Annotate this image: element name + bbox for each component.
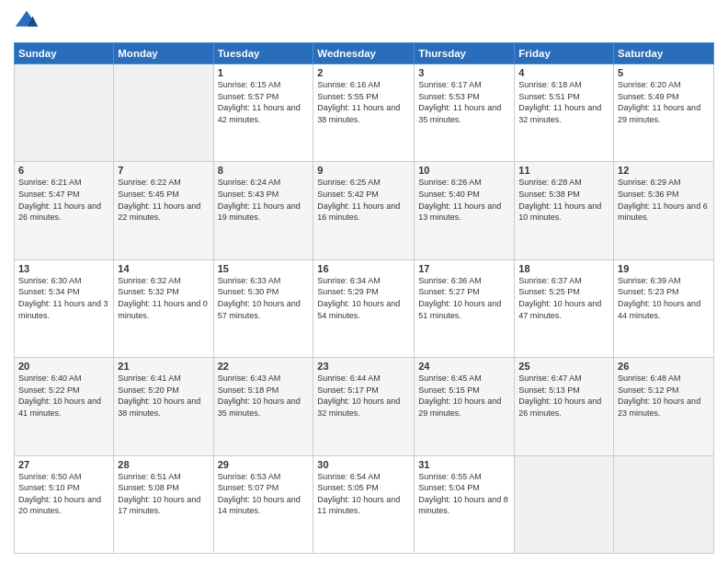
day-cell: 5Sunrise: 6:20 AMSunset: 5:49 PMDaylight… [614, 64, 714, 162]
day-cell: 23Sunrise: 6:44 AMSunset: 5:17 PMDayligh… [313, 358, 415, 455]
day-info: Sunrise: 6:28 AMSunset: 5:38 PMDaylight:… [518, 178, 601, 222]
day-cell: 4Sunrise: 6:18 AMSunset: 5:51 PMDaylight… [515, 64, 614, 162]
page: SundayMondayTuesdayWednesdayThursdayFrid… [0, 0, 728, 563]
week-row-3: 13Sunrise: 6:30 AMSunset: 5:34 PMDayligh… [15, 259, 714, 357]
day-info: Sunrise: 6:40 AMSunset: 5:22 PMDaylight:… [18, 373, 101, 418]
calendar-header: SundayMondayTuesdayWednesdayThursdayFrid… [15, 43, 714, 64]
day-info: Sunrise: 6:44 AMSunset: 5:17 PMDaylight:… [317, 373, 400, 418]
week-row-5: 27Sunrise: 6:50 AMSunset: 5:10 PMDayligh… [15, 455, 714, 553]
day-cell: 26Sunrise: 6:48 AMSunset: 5:12 PMDayligh… [614, 358, 714, 455]
day-number: 11 [518, 165, 609, 176]
day-number: 15 [218, 263, 310, 274]
day-number: 16 [317, 263, 410, 274]
day-number: 6 [18, 165, 109, 176]
day-cell [614, 455, 714, 553]
day-cell: 28Sunrise: 6:51 AMSunset: 5:08 PMDayligh… [114, 455, 213, 553]
day-cell: 12Sunrise: 6:29 AMSunset: 5:36 PMDayligh… [614, 162, 714, 259]
day-info: Sunrise: 6:26 AMSunset: 5:40 PMDaylight:… [418, 178, 501, 222]
day-number: 12 [618, 165, 710, 176]
day-info: Sunrise: 6:33 AMSunset: 5:30 PMDaylight:… [218, 276, 301, 320]
day-info: Sunrise: 6:36 AMSunset: 5:27 PMDaylight:… [418, 276, 501, 320]
col-header-thursday: Thursday [415, 43, 515, 64]
day-cell: 24Sunrise: 6:45 AMSunset: 5:15 PMDayligh… [415, 358, 515, 455]
day-cell: 22Sunrise: 6:43 AMSunset: 5:18 PMDayligh… [213, 358, 313, 455]
day-cell: 17Sunrise: 6:36 AMSunset: 5:27 PMDayligh… [415, 259, 515, 357]
day-number: 28 [118, 459, 209, 470]
day-info: Sunrise: 6:48 AMSunset: 5:12 PMDaylight:… [618, 373, 700, 418]
day-info: Sunrise: 6:30 AMSunset: 5:34 PMDaylight:… [18, 276, 108, 320]
day-info: Sunrise: 6:18 AMSunset: 5:51 PMDaylight:… [518, 80, 601, 124]
day-cell: 1Sunrise: 6:15 AMSunset: 5:57 PMDaylight… [213, 64, 313, 162]
day-number: 31 [418, 459, 510, 470]
day-info: Sunrise: 6:34 AMSunset: 5:29 PMDaylight:… [317, 276, 400, 320]
day-cell: 16Sunrise: 6:34 AMSunset: 5:29 PMDayligh… [313, 259, 415, 357]
day-cell: 10Sunrise: 6:26 AMSunset: 5:40 PMDayligh… [415, 162, 515, 259]
day-number: 4 [518, 67, 609, 78]
day-number: 2 [317, 67, 410, 78]
week-row-1: 1Sunrise: 6:15 AMSunset: 5:57 PMDaylight… [15, 64, 714, 162]
day-info: Sunrise: 6:50 AMSunset: 5:10 PMDaylight:… [18, 472, 101, 516]
day-number: 7 [118, 165, 209, 176]
day-info: Sunrise: 6:32 AMSunset: 5:32 PMDaylight:… [118, 276, 208, 320]
day-info: Sunrise: 6:47 AMSunset: 5:13 PMDaylight:… [518, 373, 601, 418]
day-info: Sunrise: 6:25 AMSunset: 5:42 PMDaylight:… [317, 178, 400, 222]
day-info: Sunrise: 6:53 AMSunset: 5:07 PMDaylight:… [218, 472, 301, 516]
day-number: 24 [418, 361, 510, 372]
day-number: 18 [518, 263, 609, 274]
day-number: 29 [218, 459, 310, 470]
day-info: Sunrise: 6:22 AMSunset: 5:45 PMDaylight:… [118, 178, 200, 222]
day-number: 13 [18, 263, 109, 274]
day-number: 19 [618, 263, 710, 274]
day-cell: 29Sunrise: 6:53 AMSunset: 5:07 PMDayligh… [213, 455, 313, 553]
day-cell: 7Sunrise: 6:22 AMSunset: 5:45 PMDaylight… [114, 162, 213, 259]
week-row-4: 20Sunrise: 6:40 AMSunset: 5:22 PMDayligh… [15, 358, 714, 455]
col-header-tuesday: Tuesday [213, 43, 313, 64]
day-info: Sunrise: 6:17 AMSunset: 5:53 PMDaylight:… [418, 80, 501, 124]
day-info: Sunrise: 6:39 AMSunset: 5:23 PMDaylight:… [618, 276, 700, 320]
col-header-wednesday: Wednesday [313, 43, 415, 64]
day-cell: 20Sunrise: 6:40 AMSunset: 5:22 PMDayligh… [15, 358, 114, 455]
day-number: 17 [418, 263, 510, 274]
day-cell: 11Sunrise: 6:28 AMSunset: 5:38 PMDayligh… [515, 162, 614, 259]
day-cell [515, 455, 614, 553]
day-info: Sunrise: 6:21 AMSunset: 5:47 PMDaylight:… [18, 178, 101, 222]
day-number: 1 [218, 67, 310, 78]
day-info: Sunrise: 6:20 AMSunset: 5:49 PMDaylight:… [618, 80, 700, 124]
header [14, 9, 714, 35]
calendar-body: 1Sunrise: 6:15 AMSunset: 5:57 PMDaylight… [15, 64, 714, 554]
day-number: 20 [18, 361, 109, 372]
day-cell [114, 64, 213, 162]
day-number: 5 [618, 67, 710, 78]
day-number: 10 [418, 165, 510, 176]
day-number: 23 [317, 361, 410, 372]
header-row: SundayMondayTuesdayWednesdayThursdayFrid… [15, 43, 714, 64]
day-number: 27 [18, 459, 109, 470]
day-cell: 2Sunrise: 6:16 AMSunset: 5:55 PMDaylight… [313, 64, 415, 162]
day-cell: 8Sunrise: 6:24 AMSunset: 5:43 PMDaylight… [213, 162, 313, 259]
day-info: Sunrise: 6:15 AMSunset: 5:57 PMDaylight:… [218, 80, 301, 124]
day-info: Sunrise: 6:45 AMSunset: 5:15 PMDaylight:… [418, 373, 501, 418]
day-cell: 27Sunrise: 6:50 AMSunset: 5:10 PMDayligh… [15, 455, 114, 553]
day-cell: 30Sunrise: 6:54 AMSunset: 5:05 PMDayligh… [313, 455, 415, 553]
day-number: 14 [118, 263, 209, 274]
day-number: 3 [418, 67, 510, 78]
day-cell: 15Sunrise: 6:33 AMSunset: 5:30 PMDayligh… [213, 259, 313, 357]
day-number: 21 [118, 361, 209, 372]
day-number: 22 [218, 361, 310, 372]
day-cell: 9Sunrise: 6:25 AMSunset: 5:42 PMDaylight… [313, 162, 415, 259]
day-cell: 3Sunrise: 6:17 AMSunset: 5:53 PMDaylight… [415, 64, 515, 162]
day-number: 9 [317, 165, 410, 176]
day-info: Sunrise: 6:37 AMSunset: 5:25 PMDaylight:… [518, 276, 601, 320]
day-cell: 13Sunrise: 6:30 AMSunset: 5:34 PMDayligh… [15, 259, 114, 357]
day-cell: 31Sunrise: 6:55 AMSunset: 5:04 PMDayligh… [415, 455, 515, 553]
col-header-monday: Monday [114, 43, 213, 64]
day-info: Sunrise: 6:29 AMSunset: 5:36 PMDaylight:… [618, 178, 708, 222]
day-cell: 18Sunrise: 6:37 AMSunset: 5:25 PMDayligh… [515, 259, 614, 357]
day-cell: 6Sunrise: 6:21 AMSunset: 5:47 PMDaylight… [15, 162, 114, 259]
col-header-sunday: Sunday [15, 43, 114, 64]
day-number: 30 [317, 459, 410, 470]
day-cell: 25Sunrise: 6:47 AMSunset: 5:13 PMDayligh… [515, 358, 614, 455]
day-number: 25 [518, 361, 609, 372]
day-info: Sunrise: 6:54 AMSunset: 5:05 PMDaylight:… [317, 472, 400, 516]
col-header-friday: Friday [515, 43, 614, 64]
